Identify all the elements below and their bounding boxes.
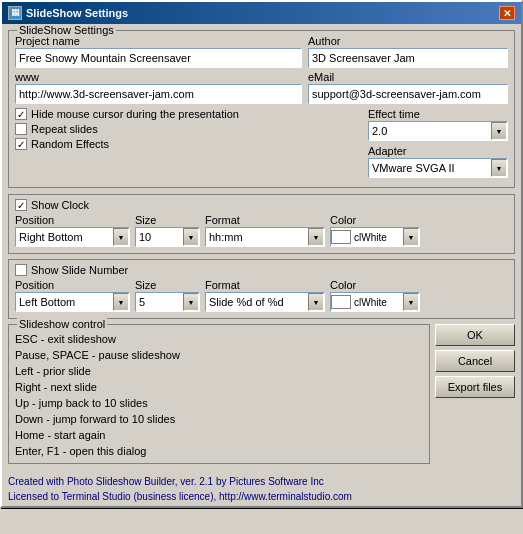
control-group-title: Slideshow control xyxy=(17,318,107,330)
slide-size-dropdown[interactable]: 5 ▼ xyxy=(135,292,200,312)
slide-position-dropdown[interactable]: Left Bottom ▼ xyxy=(15,292,130,312)
hide-mouse-label: Hide mouse cursor during the presentatio… xyxy=(31,108,239,120)
slide-position-value: Left Bottom xyxy=(16,295,113,309)
clock-color-label: Color xyxy=(330,214,420,226)
clock-size-col: Size 10 ▼ xyxy=(135,214,200,247)
slide-color-arrow[interactable]: ▼ xyxy=(403,293,419,311)
main-group-title: SlideShow Settings xyxy=(17,24,116,36)
www-input[interactable] xyxy=(15,84,302,104)
control-line-6: Down - jump forward to 10 slides xyxy=(15,411,423,427)
clock-format-col: Format hh:mm ▼ xyxy=(205,214,325,247)
slide-format-label: Format xyxy=(205,279,325,291)
author-col: Author xyxy=(308,35,508,68)
adapter-value: VMware SVGA II xyxy=(369,161,491,175)
clock-position-arrow[interactable]: ▼ xyxy=(113,228,129,246)
window-title: SlideShow Settings xyxy=(26,7,128,19)
project-name-input[interactable] xyxy=(15,48,302,68)
slide-color-label: Color xyxy=(330,279,420,291)
clock-color-dropdown[interactable]: clWhite ▼ xyxy=(330,227,420,247)
slide-size-value: 5 xyxy=(136,295,183,309)
footer: Created with Photo Slideshow Builder, ve… xyxy=(2,470,521,506)
author-label: Author xyxy=(308,35,508,47)
show-slide-number-checkbox[interactable] xyxy=(15,264,27,276)
www-label: www xyxy=(15,71,302,83)
control-line-7: Home - start again xyxy=(15,427,423,443)
clock-group: Show Clock Position Right Bottom ▼ Size … xyxy=(8,194,515,254)
control-group: Slideshow control ESC - exit slideshow P… xyxy=(8,324,430,464)
show-slide-number-label: Show Slide Number xyxy=(31,264,128,276)
clock-color-text: clWhite xyxy=(351,231,403,244)
slide-format-arrow[interactable]: ▼ xyxy=(308,293,324,311)
random-effects-checkbox[interactable] xyxy=(15,138,27,150)
main-window: 🖼 SlideShow Settings ✕ SlideShow Setting… xyxy=(0,0,523,508)
clock-size-value: 10 xyxy=(136,230,183,244)
project-author-row: Project name Author xyxy=(15,35,508,68)
email-input[interactable] xyxy=(308,84,508,104)
clock-format-value: hh:mm xyxy=(206,230,308,244)
repeat-slides-checkbox[interactable] xyxy=(15,123,27,135)
control-line-3: Left - prior slide xyxy=(15,363,423,379)
slide-size-col: Size 5 ▼ xyxy=(135,279,200,312)
title-bar: 🖼 SlideShow Settings ✕ xyxy=(2,2,521,24)
slide-number-group: Show Slide Number Position Left Bottom ▼… xyxy=(8,259,515,319)
adapter-dropdown[interactable]: VMware SVGA II ▼ xyxy=(368,158,508,178)
clock-size-arrow[interactable]: ▼ xyxy=(183,228,199,246)
options-row: Hide mouse cursor during the presentatio… xyxy=(15,108,508,178)
clock-position-dropdown[interactable]: Right Bottom ▼ xyxy=(15,227,130,247)
adapter-label: Adapter xyxy=(368,145,508,157)
adapter-arrow[interactable]: ▼ xyxy=(491,159,507,177)
slide-color-dropdown[interactable]: clWhite ▼ xyxy=(330,292,420,312)
ok-button[interactable]: OK xyxy=(435,324,515,346)
cancel-button[interactable]: Cancel xyxy=(435,350,515,372)
hide-mouse-checkbox[interactable] xyxy=(15,108,27,120)
clock-format-arrow[interactable]: ▼ xyxy=(308,228,324,246)
effect-time-arrow[interactable]: ▼ xyxy=(491,122,507,140)
show-clock-checkbox[interactable] xyxy=(15,199,27,211)
slide-position-col: Position Left Bottom ▼ xyxy=(15,279,130,312)
show-slide-number-row: Show Slide Number xyxy=(15,264,508,276)
slide-size-arrow[interactable]: ▼ xyxy=(183,293,199,311)
project-name-label: Project name xyxy=(15,35,302,47)
control-line-5: Up - jump back to 10 slides xyxy=(15,395,423,411)
slide-format-value: Slide %d of %d xyxy=(206,295,308,309)
hide-mouse-row: Hide mouse cursor during the presentatio… xyxy=(15,108,362,120)
slide-size-label: Size xyxy=(135,279,200,291)
slide-color-text: clWhite xyxy=(351,296,403,309)
slide-format-dropdown[interactable]: Slide %d of %d ▼ xyxy=(205,292,325,312)
close-button[interactable]: ✕ xyxy=(499,6,515,20)
email-col: eMail xyxy=(308,71,508,104)
slide-format-col: Format Slide %d of %d ▼ xyxy=(205,279,325,312)
window-icon: 🖼 xyxy=(8,6,22,20)
slide-number-options-row: Position Left Bottom ▼ Size 5 ▼ Format xyxy=(15,279,508,312)
random-effects-label: Random Effects xyxy=(31,138,109,150)
clock-format-dropdown[interactable]: hh:mm ▼ xyxy=(205,227,325,247)
clock-color-arrow[interactable]: ▼ xyxy=(403,228,419,246)
content-area: SlideShow Settings Project name Author w… xyxy=(2,24,521,470)
effect-time-dropdown[interactable]: 2.0 ▼ xyxy=(368,121,508,141)
clock-size-label: Size xyxy=(135,214,200,226)
slide-position-arrow[interactable]: ▼ xyxy=(113,293,129,311)
random-effects-row: Random Effects xyxy=(15,138,362,150)
title-bar-left: 🖼 SlideShow Settings xyxy=(8,6,128,20)
clock-position-value: Right Bottom xyxy=(16,230,113,244)
main-group: SlideShow Settings Project name Author w… xyxy=(8,30,515,188)
control-line-2: Pause, SPACE - pause slideshow xyxy=(15,347,423,363)
checkboxes-col: Hide mouse cursor during the presentatio… xyxy=(15,108,362,153)
control-line-4: Right - next slide xyxy=(15,379,423,395)
control-line-8: Enter, F1 - open this dialog xyxy=(15,443,423,459)
author-input[interactable] xyxy=(308,48,508,68)
clock-color-col: Color clWhite ▼ xyxy=(330,214,420,247)
clock-options-row: Position Right Bottom ▼ Size 10 ▼ Format xyxy=(15,214,508,247)
repeat-slides-row: Repeat slides xyxy=(15,123,362,135)
show-clock-row: Show Clock xyxy=(15,199,508,211)
control-content: ESC - exit slideshow Pause, SPACE - paus… xyxy=(15,331,423,459)
footer-line-1: Created with Photo Slideshow Builder, ve… xyxy=(8,474,515,489)
clock-position-label: Position xyxy=(15,214,130,226)
slide-color-preview xyxy=(331,295,351,309)
export-button[interactable]: Export files xyxy=(435,376,515,398)
slide-position-label: Position xyxy=(15,279,130,291)
effect-time-value: 2.0 xyxy=(369,124,491,138)
clock-size-dropdown[interactable]: 10 ▼ xyxy=(135,227,200,247)
project-name-col: Project name xyxy=(15,35,302,68)
slide-color-col: Color clWhite ▼ xyxy=(330,279,420,312)
